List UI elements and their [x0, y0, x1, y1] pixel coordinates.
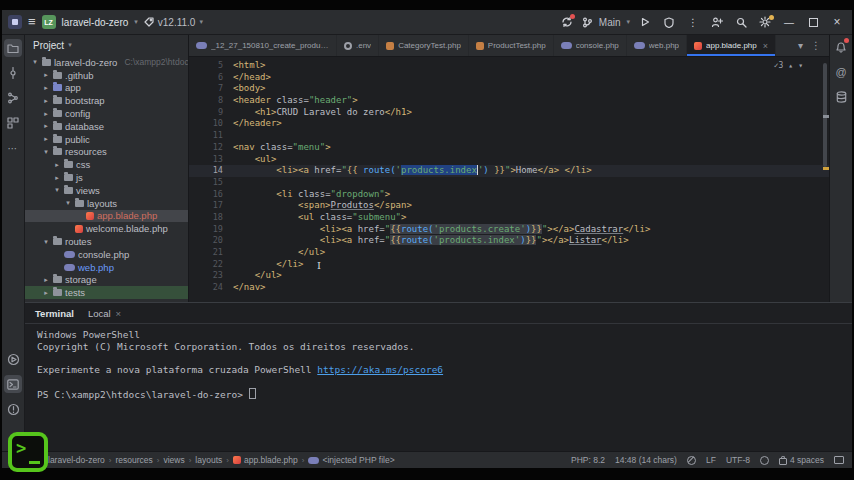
editor-tab-categorytest-php[interactable]: CategoryTest.php — [379, 35, 469, 56]
tree-item-bootstrap[interactable]: ▸bootstrap — [25, 94, 188, 107]
tree-toggle-icon[interactable]: ▸ — [42, 122, 50, 130]
status-item[interactable]: LF — [706, 455, 716, 465]
tree-toggle-icon[interactable]: ▸ — [53, 161, 61, 169]
code-line-10[interactable]: 10</header> — [189, 118, 829, 130]
status-item[interactable]: UTF-8 — [726, 455, 750, 465]
code-with-me-icon[interactable] — [708, 14, 726, 30]
terminal-link[interactable]: https://aka.ms/pscore6 — [317, 364, 443, 375]
line-number[interactable]: 14 — [189, 165, 233, 177]
line-number[interactable]: 24 — [189, 282, 233, 294]
close-icon[interactable]: × — [763, 41, 768, 51]
project-tool-icon[interactable] — [4, 39, 22, 57]
breadcrumb-item[interactable]: views — [163, 455, 184, 465]
tree-toggle-icon[interactable]: ▸ — [53, 174, 61, 182]
tree-item-tests[interactable]: ▸tests — [25, 286, 188, 299]
indent-widget[interactable]: 4 spaces — [779, 455, 824, 465]
line-number[interactable]: 12 — [189, 142, 233, 154]
line-number[interactable]: 22 — [189, 259, 233, 271]
breadcrumb-item[interactable]: <injected PHP file> — [308, 455, 394, 465]
tree-toggle-icon[interactable]: ▸ — [42, 289, 50, 297]
tree-item-config[interactable]: ▸config — [25, 107, 188, 120]
main-menu-icon[interactable]: ≡ — [28, 17, 36, 27]
git-branch-widget[interactable]: Main ▾ — [582, 17, 630, 28]
code-line-9[interactable]: 9 <h1>CRUD Laravel do zero</h1> — [189, 107, 829, 119]
more-tools-icon[interactable]: ⋯ — [4, 139, 22, 157]
tree-toggle-icon[interactable]: ▾ — [64, 199, 72, 207]
maximize-button[interactable] — [804, 14, 822, 30]
code-line-8[interactable]: 8<header class="header"> — [189, 95, 829, 107]
tab-options-icon[interactable]: ⋮ — [811, 40, 821, 51]
next-problem-icon[interactable]: ▾ — [798, 60, 803, 72]
line-number[interactable]: 18 — [189, 212, 233, 224]
code-line-21[interactable]: 21 </ul> — [189, 247, 829, 259]
hidden-tabs-icon[interactable]: ▾ — [798, 40, 803, 51]
warning-stripe-mark[interactable] — [823, 167, 829, 170]
tree-toggle-icon[interactable]: ▾ — [53, 186, 61, 194]
code-line-5[interactable]: 5<html> — [189, 60, 829, 72]
tree-item-welcome-blade-php[interactable]: welcome.blade.php — [25, 222, 188, 235]
project-widget[interactable]: LZ laravel-do-zero ▾ — [42, 15, 138, 29]
sync-icon[interactable] — [558, 14, 576, 30]
tree-item-layouts[interactable]: ▾layouts — [25, 197, 188, 210]
code-line-23[interactable]: 23 </ul> — [189, 270, 829, 282]
tree-item-web-php[interactable]: web.php — [25, 261, 188, 274]
close-button[interactable]: × — [828, 14, 846, 30]
tree-item-database[interactable]: ▸database — [25, 120, 188, 133]
tree-item-laravel-do-zero[interactable]: ▾laravel-do-zeroC:\xampp2\htdocs\laravel… — [25, 56, 188, 69]
line-number[interactable]: 11 — [189, 130, 233, 142]
more-actions-icon[interactable]: ⋮ — [684, 14, 702, 30]
tree-item-routes[interactable]: ▾routes — [25, 235, 188, 248]
code-editor[interactable]: 5<html>6</head>7<body>8<header class="he… — [189, 57, 829, 302]
line-number[interactable]: 7 — [189, 83, 233, 95]
tree-toggle-icon[interactable]: ▾ — [31, 58, 39, 66]
tree-toggle-icon[interactable]: ▸ — [42, 135, 50, 143]
ai-assistant-icon[interactable]: @ — [832, 63, 850, 81]
notifications-bell-icon[interactable] — [832, 38, 850, 56]
tree-toggle-icon[interactable]: ▾ — [42, 148, 50, 156]
code-line-13[interactable]: 13 <ul> — [189, 154, 829, 166]
code-line-24[interactable]: 24</nav> — [189, 282, 829, 294]
tree-toggle-icon[interactable]: ▸ — [42, 84, 50, 92]
tree-item-views[interactable]: ▾views — [25, 184, 188, 197]
terminal-output[interactable]: Windows PowerShellCopyright (C) Microsof… — [25, 324, 852, 451]
line-number[interactable]: 23 — [189, 270, 233, 282]
code-line-14[interactable]: 14 <li><a href="{{ route('products.index… — [189, 165, 829, 177]
code-line-11[interactable]: 11 — [189, 130, 829, 142]
problems-icon[interactable] — [4, 400, 22, 418]
tree-toggle-icon[interactable]: ▸ — [42, 110, 50, 118]
line-number[interactable]: 6 — [189, 72, 233, 84]
line-number[interactable]: 19 — [189, 224, 233, 236]
line-number[interactable]: 9 — [189, 107, 233, 119]
code-line-19[interactable]: 19 <li><a href="{{route('products.create… — [189, 224, 829, 236]
breadcrumb-item[interactable]: laravel-do-zero — [48, 455, 105, 465]
line-number[interactable]: 21 — [189, 247, 233, 259]
minimize-button[interactable]: — — [780, 14, 798, 30]
project-panel-header[interactable]: Project ▾ — [25, 35, 188, 55]
terminal-tab-local[interactable]: Local × — [88, 308, 121, 319]
tree-item-js[interactable]: ▸js — [25, 171, 188, 184]
line-number[interactable]: 20 — [189, 235, 233, 247]
code-line-16[interactable]: 16 <li class="dropdown"> — [189, 189, 829, 201]
line-number[interactable]: 15 — [189, 177, 233, 189]
tree-item-app[interactable]: ▸app — [25, 82, 188, 95]
status-item[interactable]: PHP: 8.2 — [571, 455, 605, 465]
breadcrumb-item[interactable]: app.blade.php — [233, 455, 298, 465]
caret-stripe-mark[interactable] — [823, 115, 829, 118]
services-icon[interactable] — [4, 114, 22, 132]
editor-tab--12-27-150810-create-products-table-php[interactable]: _12_27_150810_create_products_table.php — [189, 35, 337, 56]
status-circle-widget[interactable] — [760, 456, 769, 465]
tree-item-public[interactable]: ▸public — [25, 133, 188, 146]
code-line-22[interactable]: 22 </li> — [189, 259, 829, 271]
tree-item--github[interactable]: ▸.github — [25, 69, 188, 82]
editor-tab-web-php[interactable]: web.php — [627, 35, 687, 56]
tree-item-resources[interactable]: ▾resources — [25, 146, 188, 159]
close-icon[interactable]: × — [116, 308, 122, 319]
database-icon[interactable] — [832, 88, 850, 106]
readonly-toggle[interactable] — [687, 456, 696, 465]
run-tool-icon[interactable] — [4, 350, 22, 368]
settings-gear-icon[interactable] — [756, 14, 774, 30]
code-line-20[interactable]: 20 <li><a href="{{route('products.index'… — [189, 235, 829, 247]
tree-toggle-icon[interactable]: ▸ — [42, 71, 50, 79]
line-number[interactable]: 10 — [189, 118, 233, 130]
line-number[interactable]: 5 — [189, 60, 233, 72]
